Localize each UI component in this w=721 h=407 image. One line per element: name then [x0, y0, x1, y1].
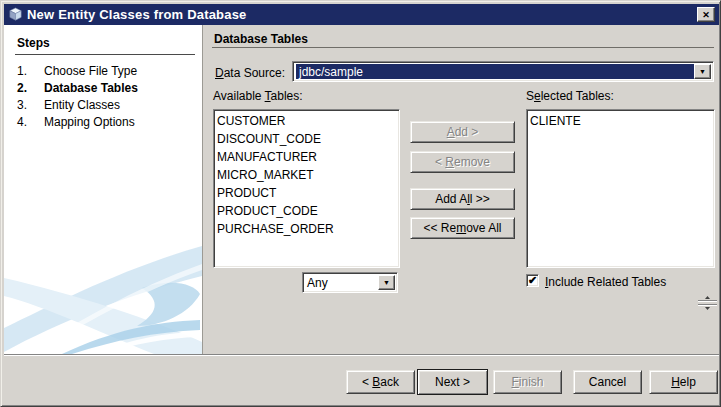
- available-tables-list[interactable]: CUSTOMERDISCOUNT_CODEMANUFACTURERMICRO_M…: [213, 109, 400, 268]
- data-source-dropdown-button[interactable]: ▼: [694, 64, 711, 79]
- table-filter-value: Any: [305, 276, 328, 290]
- selected-tables-list[interactable]: CLIENTE: [526, 109, 715, 268]
- steps-rule: [15, 54, 195, 55]
- help-button[interactable]: Help: [649, 370, 718, 394]
- chevron-down-icon: ▼: [699, 68, 706, 75]
- main-panel: Database Tables Data Source: jdbc/sample…: [204, 25, 719, 354]
- list-item[interactable]: PURCHASE_ORDER: [217, 220, 399, 238]
- splitter-handle[interactable]: [697, 295, 718, 311]
- title-bar: New Entity Classes from Database ✕: [4, 4, 719, 25]
- step-entity-classes: 3. Entity Classes: [4, 97, 202, 114]
- remove-button: < Remove: [410, 151, 515, 173]
- add-all-button[interactable]: Add All >>: [410, 188, 515, 210]
- back-button[interactable]: < Back: [346, 370, 415, 394]
- list-item[interactable]: DISCOUNT_CODE: [217, 130, 399, 148]
- add-button: Add >: [410, 121, 515, 143]
- list-item[interactable]: CUSTOMER: [217, 112, 399, 130]
- data-source-combobox[interactable]: jdbc/sample ▼: [292, 61, 714, 82]
- footer-separator: [4, 354, 719, 356]
- close-icon: ✕: [702, 10, 710, 20]
- list-item[interactable]: PRODUCT: [217, 184, 399, 202]
- wizard-watermark-graphic: [4, 236, 202, 354]
- data-source-label: Data Source:: [215, 66, 285, 80]
- data-source-value: jdbc/sample: [298, 65, 363, 79]
- check-icon: ✔: [528, 275, 537, 285]
- wizard-dialog: New Entity Classes from Database ✕ Steps…: [0, 0, 721, 407]
- wizard-cube-icon: [8, 7, 23, 22]
- table-filter-combobox[interactable]: Any ▼: [302, 272, 398, 293]
- heading-rule: [212, 47, 714, 48]
- steps-panel: Steps 1. Choose File Type 2. Database Ta…: [4, 25, 203, 354]
- steps-heading: Steps: [17, 36, 50, 50]
- selected-tables-label: Selected Tables:: [526, 89, 614, 103]
- chevron-down-icon: ▼: [383, 279, 390, 286]
- splitter-handle-icon: [697, 295, 718, 311]
- window-title: New Entity Classes from Database: [27, 7, 247, 22]
- step-database-tables: 2. Database Tables: [4, 80, 202, 97]
- next-button[interactable]: Next >: [417, 369, 488, 395]
- list-item[interactable]: MANUFACTURER: [217, 148, 399, 166]
- list-item[interactable]: CLIENTE: [530, 112, 714, 130]
- close-button[interactable]: ✕: [697, 7, 715, 22]
- step-mapping-options: 4. Mapping Options: [4, 114, 202, 131]
- list-item[interactable]: MICRO_MARKET: [217, 166, 399, 184]
- text-caret: [295, 64, 296, 79]
- table-filter-dropdown-button[interactable]: ▼: [378, 275, 395, 290]
- available-tables-label: Available Tables:: [213, 89, 303, 103]
- step-choose-file-type: 1. Choose File Type: [4, 63, 202, 80]
- include-related-checkbox[interactable]: ✔: [526, 274, 539, 287]
- finish-button: Finish: [493, 370, 562, 394]
- list-item[interactable]: PRODUCT_CODE: [217, 202, 399, 220]
- include-related-label: Include Related Tables: [545, 275, 666, 289]
- cancel-button[interactable]: Cancel: [573, 370, 642, 394]
- page-title: Database Tables: [214, 32, 308, 46]
- remove-all-button[interactable]: << Remove All: [410, 217, 515, 239]
